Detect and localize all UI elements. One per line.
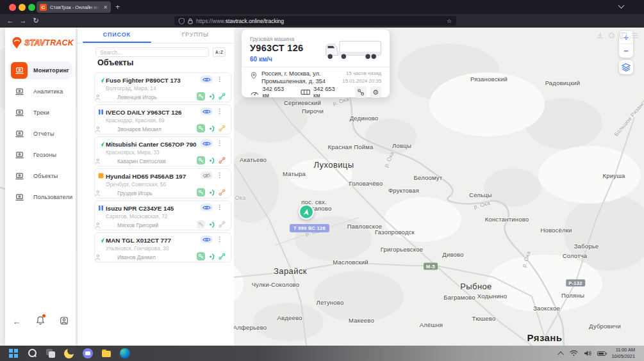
card-menu-icon[interactable]: ⋮ [217,172,223,179]
vehicle-driver: Груздев Игорь [106,190,153,197]
signal-icon[interactable] [208,93,215,100]
ignition-key-icon[interactable] [197,156,205,164]
map-layers-button[interactable] [619,60,633,74]
map-label: Луховицы [314,160,354,170]
extensions-icon[interactable] [607,31,616,39]
panel-tab[interactable]: СПИСОК [78,28,156,43]
connection-link-icon[interactable] [219,253,226,260]
tracking-page: РязановскийРадовицкийБольшое РязанскоСер… [0,28,644,346]
sidebar-menu-item[interactable]: Треки [8,104,72,122]
window-close-button[interactable] [9,4,16,11]
last-update-time: 15 часов назад15.01.2024 20:35 [342,70,381,85]
chevron-down-icon[interactable] [618,3,625,9]
back-icon[interactable]: ← [13,317,21,326]
taskbar-clock[interactable]: 11:00 AM 10/05/2021 [611,347,635,360]
signal-icon[interactable] [208,157,215,164]
visibility-eye-button[interactable] [201,172,213,179]
url-text: https://www.stavtrack.online/tracking [196,18,284,24]
tab-close-icon[interactable]: ✕ [103,4,108,10]
connection-link-icon[interactable] [219,221,226,228]
map-label: Сергиевский [284,99,321,106]
window-zoom-button[interactable] [28,4,35,11]
vehicle-card[interactable]: Isuzu NPR С234УЕ 145 ⋮ Саратов, Московск… [94,200,231,230]
ignition-key-icon[interactable] [197,220,205,229]
vehicle-card[interactable]: Hyundai HD65 Р456АВ 197 ⋮ Оренбург, Сове… [94,168,231,198]
notifications-icon[interactable] [36,316,45,328]
sidebar-menu-item[interactable]: Объекты [8,167,72,185]
settings-button[interactable]: ⚙ [370,86,381,98]
vehicle-card[interactable]: Fuso Fighter Р890СТ 173 ⋮ Волгоград, Мир… [94,72,231,102]
reload-button[interactable]: ↻ [31,14,41,28]
ignition-key-icon[interactable] [197,252,205,261]
url-bar[interactable]: https://www.stavtrack.online/tracking ☆ [174,16,456,26]
chat-app-icon[interactable] [83,348,93,358]
map-label: Матыра [283,170,306,177]
sidebar-menu-item[interactable]: Геозоны [8,146,72,164]
sidebar-menu-item[interactable]: Мониторинг [8,61,72,79]
ignition-key-icon[interactable] [197,188,205,197]
app-sidebar: STAVTRACK Мониторинг Аналитика Треки [5,28,76,346]
ignition-key-icon[interactable] [197,92,205,100]
card-menu-icon[interactable]: ⋮ [217,140,223,147]
map-label: Фруктовая [388,187,419,194]
card-menu-icon[interactable]: ⋮ [217,108,223,115]
map-label: Константиново [485,216,529,223]
menu-icon[interactable] [631,31,639,39]
sidebar-menu-item[interactable]: Отчёты [8,125,72,143]
forward-button[interactable]: → [18,14,28,28]
vehicle-name: Fuso Fighter Р890СТ 173 [106,77,181,84]
connection-link-icon[interactable] [219,157,226,164]
sort-az-button[interactable]: A↕Z [213,47,226,57]
browser-tab[interactable]: С СтавТрак - Онлайн мониторинг ✕ [37,1,111,13]
card-menu-icon[interactable]: ⋮ [217,236,223,243]
connection-link-icon[interactable] [219,93,226,100]
visibility-eye-button[interactable] [201,140,213,147]
connection-settings-button[interactable] [355,86,366,98]
sidebar-menu-item[interactable]: Аналитика [8,83,72,100]
moon-icon[interactable] [64,348,74,358]
ignition-key-icon[interactable] [197,124,205,132]
zoom-out-button[interactable]: − [619,44,633,58]
bookmark-star-icon[interactable]: ☆ [447,18,452,24]
downloads-icon[interactable] [596,31,604,39]
signal-icon[interactable] [208,189,215,197]
signal-icon[interactable] [208,221,215,229]
vehicle-card[interactable]: IVECO DAILY У963СТ 126 ⋮ Краснодар, Крас… [94,104,231,134]
tray-expand-icon[interactable] [558,351,565,357]
taskbar-apps [8,348,130,358]
sidebar-toggle-icon[interactable] [619,31,627,39]
edge-icon[interactable] [120,348,130,358]
panel-tab[interactable]: ГРУППЫ [156,28,235,43]
back-button[interactable]: ← [5,14,15,28]
vehicle-marker[interactable] [299,204,314,220]
visibility-eye-button[interactable] [201,76,213,83]
visibility-eye-button[interactable] [201,108,213,115]
battery-icon[interactable] [597,351,606,356]
vehicle-status-icon [98,141,105,148]
sidebar-menu-item[interactable]: Пользователи [8,188,72,206]
connection-link-icon[interactable] [219,189,226,196]
layers-icon [622,63,631,72]
card-menu-icon[interactable]: ⋮ [217,204,223,211]
signal-icon[interactable] [208,253,215,261]
search-input[interactable] [95,47,209,57]
new-tab-button[interactable]: + [115,2,120,12]
window-minimize-button[interactable] [19,4,26,11]
volume-icon[interactable] [584,350,591,357]
windows-icon[interactable] [9,349,18,358]
account-icon[interactable] [60,316,69,328]
visibility-eye-button[interactable] [201,236,213,243]
card-menu-icon[interactable]: ⋮ [217,76,223,83]
task-view-icon[interactable] [45,348,56,358]
signal-icon[interactable] [208,125,215,132]
vehicle-status-icon [98,109,105,116]
vehicle-status-icon [98,237,105,244]
vehicle-card[interactable]: MAN TGL Х012СТ 777 ⋮ Ульяновск, Гончаров… [94,232,231,262]
connection-link-icon[interactable] [219,125,226,132]
visibility-eye-button[interactable] [201,204,213,211]
wifi-icon[interactable] [570,350,578,357]
menu-item-icon [15,193,24,202]
search-icon[interactable] [27,348,37,358]
vehicle-card[interactable]: Mitsubishi Canter С567ОР 790 ⋮ Красноярс… [94,136,231,166]
file-explorer-icon[interactable] [101,348,111,358]
